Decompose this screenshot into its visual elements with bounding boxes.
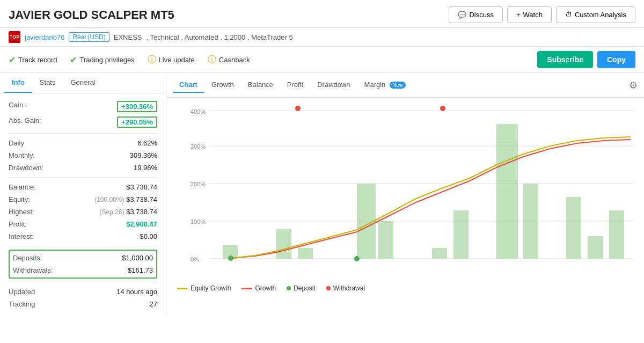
balance-row: Balance: $3,738.74 [9, 181, 157, 193]
deposits-label: Deposits: [13, 254, 42, 262]
custom-analysis-button[interactable]: ⏱ Custom Analysis [556, 6, 635, 23]
svg-rect-17 [276, 229, 291, 259]
stats-section: Gain : +309.36% Abs. Gain: +290.05% Dail… [0, 93, 166, 316]
svg-rect-18 [298, 248, 313, 259]
monthly-label: Monthly: [9, 151, 35, 159]
check-icon: ✔ [9, 55, 16, 65]
watch-button[interactable]: + Watch [507, 6, 552, 23]
chart-tab-profit[interactable]: Profit [281, 77, 310, 93]
svg-rect-25 [566, 197, 581, 259]
withdrawals-value: $161.73 [128, 266, 153, 274]
svg-rect-22 [453, 210, 469, 259]
page-header: JAVIER GOLD SCALPER MT5 💬 Discuss + Watc… [0, 0, 644, 28]
chart-tab-growth[interactable]: Growth [205, 77, 240, 93]
filter-icon[interactable]: ⚙ [629, 79, 638, 91]
chart-tabs: Chart Growth Balance Profit Drawdown Mar… [166, 73, 644, 98]
balance-label: Balance: [9, 183, 36, 191]
main-content: Info Stats General Gain : +309.36% Abs. … [0, 73, 644, 316]
updated-row: Updated 14 hours ago [9, 286, 157, 298]
legend-deposit: Deposit [287, 284, 316, 292]
equity-pct: (100.00%) [94, 196, 124, 203]
chart-tab-margin[interactable]: Margin New [358, 77, 412, 93]
warn-icon-2: ⓘ [208, 54, 216, 65]
subheader: TOP javierdario76 Real (USD) EXNESS , Te… [0, 28, 644, 47]
tracking-value: 27 [150, 300, 157, 308]
drawdown-label: Drawdown: [9, 164, 43, 172]
tracking-row: Tracking 27 [9, 298, 157, 310]
username[interactable]: javierdario76 [25, 33, 64, 41]
svg-rect-21 [432, 248, 447, 259]
discuss-button[interactable]: 💬 Discuss [449, 6, 503, 23]
abs-gain-value: +290.05% [117, 116, 157, 128]
gain-label: Gain : [9, 101, 27, 112]
account-type-badge: Real (USD) [69, 32, 109, 42]
highest-row: Highest: (Sep 26) $3,738.74 [9, 206, 157, 218]
user-logo: TOP [9, 31, 20, 43]
svg-text:0%: 0% [191, 256, 199, 262]
updated-value: 14 hours ago [116, 288, 157, 296]
drawdown-value: 19.96% [134, 164, 157, 172]
equity-label: Equity: [9, 195, 30, 203]
svg-point-28 [228, 256, 233, 261]
legend-growth: Growth [241, 284, 276, 292]
profit-row: Profit: $2,900.47 [9, 218, 157, 230]
updated-label: Updated [9, 288, 35, 296]
clock-icon: ⏱ [565, 11, 572, 19]
live-update-status: ⓘ Live update [148, 54, 195, 65]
broker-name: EXNESS [114, 33, 142, 41]
balance-value: $3,738.74 [126, 183, 157, 191]
daily-row: Daily 6.62% [9, 137, 157, 149]
equity-growth-label: Equity Growth [191, 284, 231, 292]
interest-row: Interest: $0.00 [9, 230, 157, 243]
chart-tab-chart[interactable]: Chart [173, 77, 204, 93]
svg-text:200%: 200% [191, 181, 206, 187]
status-bar-right-actions: Subscribe Copy [537, 51, 635, 68]
equity-row: Equity: (100.00%) $3,738.74 [9, 193, 157, 206]
abs-gain-label: Abs. Gain: [9, 116, 41, 128]
track-record-status: ✔ Track record [9, 55, 57, 65]
tab-info[interactable]: Info [4, 73, 32, 93]
highest-value: (Sep 26) $3,738.74 [100, 208, 158, 216]
deposits-row: Deposits: $1,000.00 [13, 252, 153, 264]
svg-rect-20 [378, 221, 393, 259]
subscribe-button[interactable]: Subscribe [537, 51, 593, 68]
equity-growth-line-icon [177, 288, 188, 289]
monthly-row: Monthly: 309.36% [9, 149, 157, 162]
info-tabs: Info Stats General [0, 73, 166, 93]
highest-date: (Sep 26) [100, 208, 125, 216]
profit-value: $2,900.47 [126, 220, 157, 228]
deposit-withdrawal-box: Deposits: $1,000.00 Withdrawals: $161.73 [9, 250, 157, 279]
trading-privileges-status: ✔ Trading privileges [70, 55, 134, 65]
cashback-status: ⓘ Cashback [208, 54, 250, 65]
deposits-value: $1,000.00 [122, 254, 153, 262]
gain-value: +309.36% [117, 101, 157, 112]
tab-stats[interactable]: Stats [32, 73, 63, 93]
growth-line-icon [241, 288, 252, 289]
copy-button[interactable]: Copy [597, 51, 635, 68]
withdrawal-dot-icon [326, 286, 331, 290]
svg-rect-23 [496, 124, 518, 259]
interest-value: $0.00 [140, 232, 157, 240]
daily-label: Daily [9, 139, 24, 147]
svg-text:400%: 400% [191, 108, 206, 115]
chart-legend: Equity Growth Growth Deposit Withdrawal [166, 280, 644, 296]
chart-tab-balance[interactable]: Balance [241, 77, 280, 93]
discuss-icon: 💬 [458, 11, 466, 19]
page-title: JAVIER GOLD SCALPER MT5 [9, 8, 174, 22]
left-panel: Info Stats General Gain : +309.36% Abs. … [0, 73, 166, 316]
highest-label: Highest: [9, 208, 34, 216]
deposit-dot-icon [287, 286, 291, 290]
svg-text:300%: 300% [191, 143, 206, 150]
tracking-label: Tracking [9, 300, 35, 308]
tab-general[interactable]: General [63, 73, 103, 93]
legend-equity-growth: Equity Growth [177, 284, 231, 292]
svg-point-31 [440, 106, 445, 111]
daily-value: 6.62% [137, 139, 157, 147]
right-panel: Chart Growth Balance Profit Drawdown Mar… [166, 73, 644, 316]
warn-icon: ⓘ [148, 54, 156, 65]
abs-gain-row: Abs. Gain: +290.05% [9, 114, 157, 130]
chart-tab-drawdown[interactable]: Drawdown [311, 77, 356, 93]
gain-row: Gain : +309.36% [9, 99, 157, 114]
drawdown-row: Drawdown: 19.96% [9, 162, 157, 174]
growth-label: Growth [255, 284, 276, 292]
